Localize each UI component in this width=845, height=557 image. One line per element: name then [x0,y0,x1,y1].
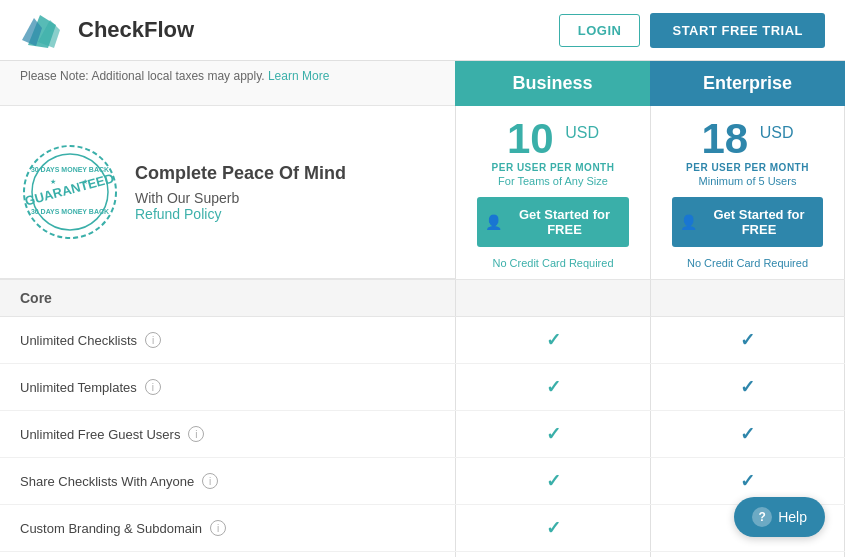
enterprise-price: 18 USD [659,118,836,160]
business-cta-button[interactable]: 👤 Get Started for FREE [477,197,628,247]
business-no-cc: No Credit Card Required [464,257,642,279]
business-check-2: ✓ [455,411,650,457]
logo-icon [20,10,68,50]
enterprise-cta-button[interactable]: 👤 Get Started for FREE [672,197,822,247]
person-icon-2: 👤 [680,214,697,230]
feature-list: Unlimited Checklists i ✓ ✓ Unlimited Tem… [0,317,845,557]
feature-label: Custom Branding & Subdomain i [0,508,455,548]
core-label: Core [0,280,455,316]
check-icon: ✓ [740,376,755,398]
check-icon: ✓ [546,470,561,492]
plan-headers: Business Enterprise [455,61,845,106]
person-icon: 👤 [485,214,502,230]
business-check-3: ✓ [455,458,650,504]
business-sub: For Teams of Any Size [464,175,642,187]
feature-row: Unlimited Free Guest Users i ✓ ✓ [0,411,845,458]
check-icon: ✓ [740,423,755,445]
logo-text: CheckFlow [78,17,194,43]
enterprise-per: PER USER PER MONTH [659,162,836,173]
top-row: Please Note: Additional local taxes may … [0,61,845,106]
enterprise-no-cc: No Credit Card Required [659,257,836,279]
enterprise-check-1: ✓ [650,364,845,410]
refund-policy-link[interactable]: Refund Policy [135,206,221,222]
info-icon[interactable]: i [145,332,161,348]
check-icon: ✓ [546,517,561,539]
help-button[interactable]: ? Help [734,497,825,537]
main-content: Please Note: Additional local taxes may … [0,61,845,557]
business-pricing: 10 USD PER USER PER MONTH For Teams of A… [455,106,650,279]
logo-area: CheckFlow [20,10,194,50]
feature-row: Custom Branding & Subdomain i ✓ ✓ [0,505,845,552]
check-icon: ✓ [546,329,561,351]
svg-text:30 DAYS MONEY BACK: 30 DAYS MONEY BACK [31,208,109,215]
login-button[interactable]: LOGIN [559,14,641,47]
info-icon[interactable]: i [210,520,226,536]
learn-more-link[interactable]: Learn More [268,69,329,83]
guarantee-section: 30 DAYS MONEY BACK GUARANTEED 30 DAYS MO… [0,106,455,279]
business-plan-header: Business [455,61,650,106]
svg-text:★: ★ [82,178,88,185]
feature-row: Unlimited Templates i ✓ ✓ [0,364,845,411]
business-check-4: ✓ [455,505,650,551]
business-check-0: ✓ [455,317,650,363]
feature-label: Unlimited Templates i [0,367,455,407]
guarantee-title: Complete Peace Of Mind [135,162,346,185]
svg-text:★: ★ [50,178,56,185]
middle-row: 30 DAYS MONEY BACK GUARANTEED 30 DAYS MO… [0,106,845,280]
check-icon: ✓ [546,423,561,445]
enterprise-check-5: ✓ [650,552,845,557]
guarantee-text: Complete Peace Of Mind With Our Superb R… [135,162,346,221]
core-enterprise-spacer [650,280,845,316]
core-business-spacer [455,280,650,316]
help-icon: ? [752,507,772,527]
header-buttons: LOGIN START FREE TRIAL [559,13,825,48]
feature-row: Unlimited Checklists i ✓ ✓ [0,317,845,364]
info-icon[interactable]: i [145,379,161,395]
feature-label: Share Checklists With Anyone i [0,461,455,501]
enterprise-check-0: ✓ [650,317,845,363]
core-section-header: Core [0,280,845,317]
feature-row: Share Checklists With Anyone i ✓ ✓ [0,458,845,505]
feature-label: Unlimited Free Guest Users i [0,414,455,454]
feature-row: API & Integrations i ✓ ✓ [0,552,845,557]
enterprise-pricing: 18 USD PER USER PER MONTH Minimum of 5 U… [650,106,845,279]
svg-text:GUARANTEED: GUARANTEED [23,170,115,208]
business-check-5: ✓ [455,552,650,557]
enterprise-plan-header: Enterprise [650,61,845,106]
enterprise-sub: Minimum of 5 Users [659,175,836,187]
business-check-1: ✓ [455,364,650,410]
notice-text: Please Note: Additional local taxes may … [20,69,265,83]
info-icon[interactable]: i [202,473,218,489]
feature-label: Unlimited Checklists i [0,320,455,360]
enterprise-check-2: ✓ [650,411,845,457]
svg-text:30 DAYS MONEY BACK: 30 DAYS MONEY BACK [31,166,109,173]
check-icon: ✓ [740,470,755,492]
info-icon[interactable]: i [188,426,204,442]
check-icon: ✓ [740,329,755,351]
guarantee-subtitle: With Our Superb Refund Policy [135,190,346,222]
header: CheckFlow LOGIN START FREE TRIAL [0,0,845,61]
guarantee-badge: 30 DAYS MONEY BACK GUARANTEED 30 DAYS MO… [20,142,120,242]
check-icon: ✓ [546,376,561,398]
business-per: PER USER PER MONTH [464,162,642,173]
business-price: 10 USD [464,118,642,160]
trial-button[interactable]: START FREE TRIAL [650,13,825,48]
notice-bar: Please Note: Additional local taxes may … [0,61,455,106]
